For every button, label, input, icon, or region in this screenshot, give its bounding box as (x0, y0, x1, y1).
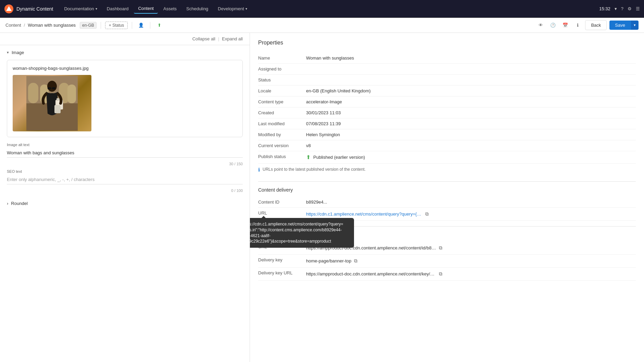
save-button-group: Save ▾ (609, 21, 639, 30)
cd2-delivery-key-row: Delivery key home-page/banner-top ⧉ (258, 255, 636, 268)
alt-text-input[interactable] (7, 148, 243, 158)
right-panel: Properties Name Woman with sunglasses As… (250, 33, 644, 362)
content-delivery-heading: Content delivery (258, 187, 636, 193)
cloud-upload-icon[interactable]: ⬆ (154, 21, 164, 30)
nav-assets[interactable]: Assets (159, 4, 181, 13)
user-assign-icon[interactable]: 👤 (136, 21, 146, 30)
status-button[interactable]: + Status (105, 22, 128, 29)
prop-created-label: Created (258, 110, 306, 115)
info-icon[interactable]: ℹ (573, 21, 582, 30)
roundel-section-header[interactable]: › Roundel (0, 196, 250, 211)
prop-publish-label: Publish status (258, 154, 306, 160)
preview-icon[interactable]: 👁 (536, 21, 545, 30)
publish-status-text: Published (earlier version) (313, 155, 365, 160)
prop-version-value: v8 (306, 143, 636, 148)
svg-rect-4 (28, 83, 38, 103)
nav-dashboard[interactable]: Dashboard (103, 4, 133, 13)
prop-assigned-label: Assigned to (258, 66, 306, 72)
chevron-down-icon: ▾ (245, 7, 247, 11)
seo-text-input[interactable] (7, 175, 243, 184)
prop-content-type-label: Content type (258, 99, 306, 104)
image-preview (13, 75, 91, 131)
prop-last-modified-value: 07/08/2023 11:39 (306, 121, 636, 126)
copy-delivery-key-button[interactable]: ⧉ (353, 257, 359, 264)
save-dropdown-button[interactable]: ▾ (631, 21, 639, 30)
section-divider (258, 181, 636, 182)
prop-locale-value: en-GB (English United Kingdom) (306, 88, 636, 93)
info-circle-icon: ℹ (258, 167, 260, 172)
seo-text-field-group: SEO text (0, 169, 250, 188)
prop-modified-row: Last modified 07/08/2023 11:39 (258, 118, 636, 129)
divider (150, 22, 150, 29)
svg-rect-10 (52, 87, 55, 89)
image-section-header[interactable]: ▾ Image (0, 45, 250, 60)
collapse-expand-bar: Collapse all | Expand all (0, 33, 250, 45)
prop-status-label: Status (258, 77, 306, 82)
copy-delivery-key-url-button[interactable]: ⧉ (438, 270, 444, 277)
breadcrumb-root[interactable]: Content (5, 23, 21, 28)
prop-name-label: Name (258, 55, 306, 61)
prop-name-value: Woman with sunglasses (306, 55, 636, 61)
prop-name-row: Name Woman with sunglasses (258, 53, 636, 64)
breadcrumb-separator: / (24, 23, 25, 28)
app-logo[interactable] (4, 4, 14, 14)
prop-publish-value: ⬆ Published (earlier version) (306, 154, 636, 160)
history-icon[interactable]: 🕐 (548, 21, 558, 30)
divider (101, 22, 101, 29)
breadcrumb-current: Woman with sunglasses (28, 23, 76, 28)
back-button[interactable]: Back (585, 20, 607, 30)
svg-rect-9 (48, 87, 51, 89)
alt-text-label: Image alt text (7, 143, 243, 147)
properties-table: Name Woman with sunglasses Assigned to S… (258, 53, 636, 164)
prop-version-row: Current version v8 (258, 140, 636, 151)
prop-modified-by-value: Helen Symington (306, 132, 636, 137)
expand-all-link[interactable]: Expand all (222, 36, 243, 41)
chevron-right-icon: › (7, 201, 8, 206)
content-delivery-table: Content ID b8929e4... URL https://cdn.c1… (258, 197, 636, 221)
top-navigation: Dynamic Content Documentation ▾ Dashboar… (0, 0, 644, 18)
left-panel: Collapse all | Expand all ▾ Image woman-… (0, 33, 250, 362)
image-placeholder (13, 75, 91, 131)
chevron-down-icon: ▾ (7, 50, 9, 55)
prop-last-modified-label: Last modified (258, 121, 306, 126)
settings-icon[interactable]: ⚙ (628, 6, 632, 11)
copy-cd2-url-button[interactable]: ⧉ (438, 244, 444, 251)
app-title: Dynamic Content (16, 6, 53, 12)
help-icon[interactable]: ? (621, 6, 623, 11)
nav-documentation[interactable]: Documentation ▾ (60, 4, 101, 13)
url-link[interactable]: https://cdn.c1.amplience.net/cms/content… (306, 211, 422, 217)
prop-assigned-row: Assigned to (258, 64, 636, 75)
alt-text-field-group: Image alt text (0, 143, 250, 161)
cd2-url-value: https://ampproduct-doc.cdn.content.ampli… (306, 244, 636, 251)
svg-rect-7 (67, 85, 76, 103)
image-section-label: Image (12, 50, 24, 55)
image-card: woman-shopping-bags-sunglasses.jpg (7, 60, 243, 137)
content-id-row: Content ID b8929e4... (258, 197, 636, 208)
prop-created-row: Created 30/01/2023 11:03 (258, 107, 636, 118)
svg-rect-15 (54, 105, 61, 113)
nav-content[interactable]: Content (134, 4, 158, 14)
nav-development[interactable]: Development ▾ (214, 4, 251, 13)
url-tooltip: https://cdn.c1.amplience.net/cms/content… (250, 218, 354, 248)
chevron-down-icon: ▾ (96, 7, 97, 11)
collapse-all-link[interactable]: Collapse all (192, 36, 215, 41)
prop-status-row: Status (258, 75, 636, 86)
content-id-label: Content ID (258, 199, 306, 205)
alt-text-counter: 30 / 150 (0, 161, 250, 169)
roundel-label: Roundel (11, 201, 27, 206)
locale-badge[interactable]: en-GB (80, 22, 97, 29)
prop-content-type-row: Content type accelerator-Image (258, 96, 636, 107)
main-layout: Collapse all | Expand all ▾ Image woman-… (0, 33, 644, 362)
nav-scheduling[interactable]: Scheduling (182, 4, 212, 13)
url-value: https://cdn.c1.amplience.net/cms/content… (306, 210, 636, 218)
user-icon[interactable]: ☰ (636, 6, 640, 11)
copy-url-button[interactable]: ⧉ (424, 210, 430, 218)
calendar-icon[interactable]: 📅 (560, 21, 570, 30)
divider (132, 22, 132, 29)
seo-text-label: SEO text (7, 169, 243, 173)
cd2-delivery-key-url-value: https://ampproduct-doc.cdn.content.ampli… (306, 270, 636, 277)
save-button[interactable]: Save (609, 21, 631, 30)
prop-version-label: Current version (258, 143, 306, 148)
prop-assigned-value (306, 66, 636, 72)
cd2-delivery-key-value: home-page/banner-top ⧉ (306, 257, 636, 264)
